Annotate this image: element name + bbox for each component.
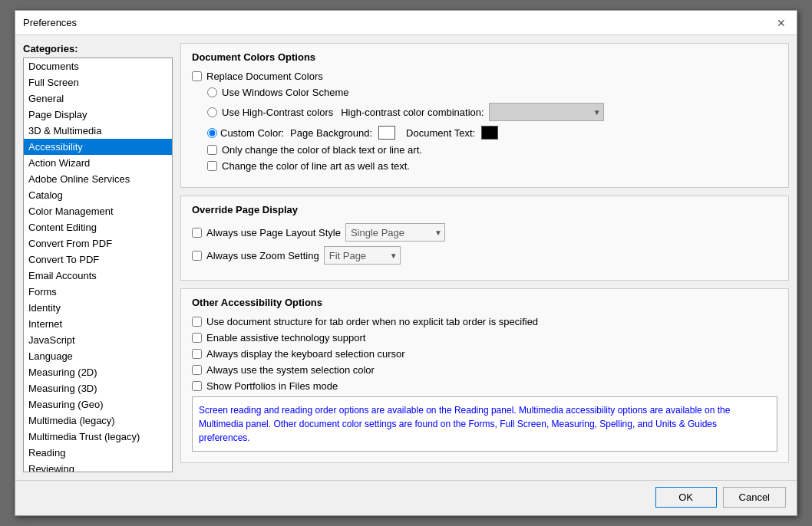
- sidebar-item-accessibility[interactable]: Accessibility: [24, 139, 172, 155]
- sidebar-item-general[interactable]: General: [24, 90, 172, 107]
- sidebar-item-page-display[interactable]: Page Display: [24, 107, 172, 123]
- always-page-layout-checkbox[interactable]: [192, 228, 202, 238]
- use-windows-color-row: Use Windows Color Scheme: [207, 87, 777, 98]
- sidebar-item-email-accounts[interactable]: Email Accounts: [24, 268, 172, 284]
- always-page-layout-row: Always use Page Layout Style Single Page…: [192, 223, 777, 242]
- sidebar-item-measuring-2d[interactable]: Measuring (2D): [24, 364, 172, 380]
- cancel-button[interactable]: Cancel: [723, 487, 786, 508]
- replace-doc-colors-row: Replace Document Colors: [192, 71, 777, 82]
- portfolios-row: Show Portfolios in Files mode: [192, 380, 777, 392]
- sidebar-item-measuring-geo[interactable]: Measuring (Geo): [24, 396, 172, 413]
- tab-order-checkbox[interactable]: [192, 317, 202, 327]
- dialog-title: Preferences: [23, 17, 77, 28]
- always-zoom-checkbox[interactable]: [192, 251, 202, 261]
- categories-label: Categories:: [23, 43, 173, 54]
- only-black-text-label: Only change the color of black text or l…: [222, 144, 422, 156]
- replace-doc-colors-checkbox[interactable]: [192, 71, 202, 81]
- close-button[interactable]: ✕: [774, 16, 789, 30]
- sidebar-item-multimedia-trust[interactable]: Multimedia Trust (legacy): [24, 429, 172, 445]
- page-layout-dropdown-wrapper: Single Page ▼: [345, 223, 445, 242]
- doc-text-label: Document Text:: [406, 127, 475, 139]
- zoom-dropdown-wrapper: Fit Page ▼: [324, 246, 401, 265]
- info-text: Screen reading and reading order options…: [199, 405, 730, 443]
- sidebar-item-full-screen[interactable]: Full Screen: [24, 74, 172, 90]
- keyboard-cursor-label: Always display the keyboard selection cu…: [206, 348, 405, 360]
- override-page-display-section: Override Page Display Always use Page La…: [180, 196, 789, 281]
- tab-order-row: Use document structure for tab order whe…: [192, 316, 777, 327]
- page-bg-label: Page Background:: [290, 127, 372, 139]
- categories-list: DocumentsFull ScreenGeneralPage Display3…: [23, 58, 173, 472]
- custom-color-radio[interactable]: [207, 128, 217, 138]
- assistive-tech-checkbox[interactable]: [192, 333, 202, 343]
- only-black-text-row: Only change the color of black text or l…: [207, 144, 777, 156]
- assistive-tech-label: Enable assistive technology support: [206, 332, 365, 344]
- page-layout-dropdown[interactable]: Single Page: [345, 223, 445, 242]
- change-line-art-checkbox[interactable]: [207, 161, 217, 171]
- tab-order-label: Use document structure for tab order whe…: [206, 316, 538, 327]
- only-black-text-checkbox[interactable]: [207, 145, 217, 155]
- use-windows-radio[interactable]: [207, 87, 217, 97]
- high-contrast-dropdown-wrapper: ▼: [489, 103, 604, 121]
- main-content: Document Colors Options Replace Document…: [180, 43, 789, 472]
- dialog-body: Categories: DocumentsFull ScreenGeneralP…: [15, 35, 797, 480]
- always-page-layout-label: Always use Page Layout Style: [206, 227, 341, 238]
- sidebar-item-reading[interactable]: Reading: [24, 445, 172, 461]
- override-page-title: Override Page Display: [192, 204, 777, 215]
- change-line-art-row: Change the color of line art as well as …: [207, 160, 777, 172]
- keyboard-cursor-row: Always display the keyboard selection cu…: [192, 348, 777, 360]
- assistive-tech-row: Enable assistive technology support: [192, 332, 777, 344]
- ok-button[interactable]: OK: [655, 487, 717, 508]
- dialog-footer: OK Cancel: [15, 480, 797, 515]
- always-zoom-label: Always use Zoom Setting: [206, 250, 319, 261]
- system-selection-checkbox[interactable]: [192, 365, 202, 375]
- custom-color-label: Custom Color:: [220, 127, 284, 139]
- doc-text-color-box[interactable]: [481, 126, 498, 140]
- info-text-box: Screen reading and reading order options…: [192, 396, 777, 452]
- use-high-contrast-row: Use High-Contrast colors High-contrast c…: [207, 103, 777, 121]
- page-bg-color-box[interactable]: [378, 126, 395, 140]
- replace-doc-colors-label: Replace Document Colors: [206, 71, 323, 82]
- portfolios-checkbox[interactable]: [192, 381, 202, 391]
- sidebar-item-convert-from-pdf[interactable]: Convert From PDF: [24, 235, 172, 251]
- sidebar-item-internet[interactable]: Internet: [24, 316, 172, 332]
- sidebar-item-documents[interactable]: Documents: [24, 58, 172, 74]
- sidebar-item-language[interactable]: Language: [24, 348, 172, 364]
- zoom-dropdown[interactable]: Fit Page: [324, 246, 401, 265]
- sidebar-item-convert-to-pdf[interactable]: Convert To PDF: [24, 251, 172, 268]
- title-bar: Preferences ✕: [15, 11, 797, 35]
- high-contrast-dropdown[interactable]: [489, 103, 604, 121]
- sidebar-item-3d-multimedia[interactable]: 3D & Multimedia: [24, 123, 172, 139]
- sidebar-item-color-mgmt[interactable]: Color Management: [24, 203, 172, 219]
- sidebar-item-action-wizard[interactable]: Action Wizard: [24, 155, 172, 171]
- sidebar-item-javascript[interactable]: JavaScript: [24, 332, 172, 348]
- portfolios-label: Show Portfolios in Files mode: [206, 380, 338, 392]
- sidebar-item-content-editing[interactable]: Content Editing: [24, 219, 172, 235]
- always-zoom-row: Always use Zoom Setting Fit Page ▼: [192, 246, 777, 265]
- other-accessibility-title: Other Accessibility Options: [192, 297, 777, 308]
- sidebar-item-multimedia-legacy[interactable]: Multimedia (legacy): [24, 413, 172, 429]
- other-accessibility-section: Other Accessibility Options Use document…: [180, 288, 789, 463]
- custom-color-row: Custom Color: Page Background: Document …: [207, 126, 777, 140]
- system-selection-label: Always use the system selection color: [206, 364, 375, 376]
- sidebar-item-forms[interactable]: Forms: [24, 284, 172, 300]
- sidebar-item-adobe-online[interactable]: Adobe Online Services: [24, 171, 172, 187]
- high-contrast-combo-label: High-contrast color combination:: [341, 107, 484, 118]
- preferences-dialog: Preferences ✕ Categories: DocumentsFull …: [15, 10, 797, 516]
- sidebar-item-measuring-3d[interactable]: Measuring (3D): [24, 380, 172, 396]
- use-high-contrast-radio[interactable]: [207, 107, 217, 117]
- sidebar-item-reviewing[interactable]: Reviewing: [24, 461, 172, 472]
- change-line-art-label: Change the color of line art as well as …: [222, 160, 410, 172]
- keyboard-cursor-checkbox[interactable]: [192, 349, 202, 359]
- use-high-contrast-label: Use High-Contrast colors: [222, 107, 333, 118]
- document-colors-section: Document Colors Options Replace Document…: [180, 43, 789, 188]
- sidebar-item-identity[interactable]: Identity: [24, 300, 172, 316]
- sidebar-item-catalog[interactable]: Catalog: [24, 187, 172, 203]
- doc-colors-title: Document Colors Options: [192, 51, 777, 63]
- use-windows-label: Use Windows Color Scheme: [222, 87, 348, 98]
- sidebar: Categories: DocumentsFull ScreenGeneralP…: [23, 43, 173, 472]
- system-selection-row: Always use the system selection color: [192, 364, 777, 376]
